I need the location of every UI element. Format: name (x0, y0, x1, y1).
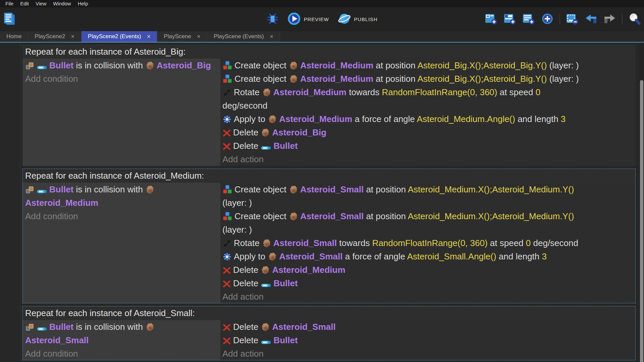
conditions-cell[interactable]: Bullet is in collision with Asteroid_Big… (22, 59, 220, 166)
object-name: Bullet (273, 335, 298, 345)
publish-button[interactable]: PUBLISH (337, 11, 378, 27)
add-subevent-button[interactable] (503, 12, 517, 26)
search-icon (629, 13, 641, 26)
tab-close-icon[interactable]: ✕ (147, 34, 151, 39)
menu-item-window[interactable]: Window (50, 0, 74, 7)
action-row[interactable]: Apply to Asteroid_Medium a force of angl… (222, 112, 636, 126)
text-segment: Delete (233, 278, 261, 288)
condition-row[interactable]: Bullet is in collision with Asteroid_Big (25, 59, 220, 72)
menu-item-view[interactable]: View (32, 0, 50, 7)
scrollbar-thumb[interactable] (640, 80, 643, 362)
asteroid-icon (261, 128, 270, 137)
action-row[interactable]: Delete Bullet (222, 334, 636, 347)
events-editor: Repeat for each instance of Asteroid_Big… (0, 43, 644, 362)
add-event-button[interactable] (484, 12, 498, 26)
undo-button[interactable] (584, 13, 598, 26)
redo-button[interactable] (603, 13, 616, 26)
action-row[interactable]: Rotate Asteroid_Small towards RandomFloa… (222, 236, 636, 250)
asteroid-icon (261, 265, 270, 275)
object-name: Asteroid_Small (272, 322, 335, 332)
preview-button[interactable]: PREVIEW (287, 11, 330, 27)
event-block[interactable]: Repeat for each instance of Asteroid_Big… (22, 45, 636, 166)
conditions-cell[interactable]: Bullet is in collision with Asteroid_Med… (22, 183, 220, 303)
action-row[interactable]: Delete Asteroid_Big (222, 126, 636, 139)
action-row[interactable]: Delete Bullet (222, 277, 636, 290)
object-name: Asteroid_Medium (300, 60, 373, 70)
add-subevent-icon (504, 13, 516, 25)
object-name: Asteroid_Medium (279, 114, 352, 124)
text-segment: Rotate (234, 87, 262, 97)
conditions-cell[interactable]: Bullet is in collision with Asteroid_Sma… (22, 320, 220, 360)
text-segment: Delete (233, 265, 261, 275)
menu-item-edit[interactable]: Edit (17, 0, 32, 7)
event-header[interactable]: Repeat for each instance of Asteroid_Sma… (22, 306, 636, 320)
add-action-button[interactable]: Add action (222, 153, 636, 166)
action-row[interactable]: Create object Asteroid_Small at position… (222, 209, 636, 236)
menu-item-file[interactable]: File (2, 0, 17, 7)
text-segment: Delete (233, 141, 261, 151)
tab-playscene[interactable]: PlayScene✕ (157, 31, 207, 42)
text-segment: Delete (233, 322, 261, 332)
text-segment: and length (496, 251, 542, 261)
tab-close-icon[interactable]: ✕ (197, 34, 201, 39)
tab-close-icon[interactable]: ✕ (270, 34, 274, 39)
add-condition-button[interactable]: Add condition (25, 72, 220, 85)
action-row[interactable]: Delete Asteroid_Small (222, 320, 636, 334)
delete-selection-button[interactable] (566, 12, 579, 26)
tab-home[interactable]: Home (0, 31, 28, 42)
tab-label: PlayScene2 (35, 33, 65, 40)
delete-icon (222, 142, 231, 151)
add-comment-button[interactable] (522, 12, 535, 26)
action-row[interactable]: Delete Asteroid_Medium (222, 263, 636, 277)
condition-row[interactable]: Bullet is in collision with Asteroid_Med… (25, 183, 220, 209)
debug-button[interactable] (266, 12, 279, 26)
action-row[interactable]: Create object Asteroid_Small at position… (222, 183, 636, 209)
text-segment: Create object (234, 211, 289, 221)
actions-cell[interactable]: Create object Asteroid_Medium at positio… (220, 59, 636, 166)
tab-playscene-events[interactable]: PlayScene (Events)✕ (207, 31, 280, 42)
tab-close-icon[interactable]: ✕ (71, 34, 75, 39)
menu-item-help[interactable]: Help (74, 0, 92, 7)
search-button[interactable] (628, 12, 641, 26)
actions-cell[interactable]: Create object Asteroid_Small at position… (220, 183, 636, 303)
add-circle-button[interactable] (541, 12, 554, 26)
events-sheet[interactable]: Repeat for each instance of Asteroid_Big… (22, 45, 636, 362)
undo-icon (585, 13, 597, 25)
action-row[interactable]: Apply to Asteroid_Small a force of angle… (222, 250, 636, 263)
action-row[interactable]: Rotate Asteroid_Medium towards RandomFlo… (222, 85, 636, 112)
asteroid-icon (145, 185, 155, 194)
project-manager-button[interactable] (3, 11, 16, 27)
tab-playscene2[interactable]: PlayScene2✕ (28, 31, 81, 42)
expression: 3 (542, 251, 547, 261)
add-action-button[interactable]: Add action (222, 347, 636, 360)
object-name: Asteroid_Small (273, 238, 337, 248)
toolbar-separator (622, 14, 623, 24)
object-name: Bullet (49, 60, 73, 70)
preview-label: PREVIEW (304, 16, 329, 22)
text-segment: Apply to (234, 114, 268, 124)
active-editor-accent-line (0, 42, 644, 43)
action-row[interactable]: Create object Asteroid_Medium at positio… (222, 72, 636, 85)
event-header[interactable]: Repeat for each instance of Asteroid_Med… (22, 169, 636, 183)
condition-row[interactable]: Bullet is in collision with Asteroid_Sma… (25, 320, 220, 347)
asteroid-icon (268, 252, 277, 261)
actions-cell[interactable]: Delete Asteroid_SmallDelete BulletAdd ac… (220, 320, 636, 360)
action-row[interactable]: Delete Bullet (222, 139, 636, 153)
expression: Asteroid_Big.X();Asteroid_Big.Y() (418, 60, 547, 70)
event-block[interactable]: Repeat for each instance of Asteroid_Med… (22, 169, 636, 303)
add-condition-button[interactable]: Add condition (25, 347, 220, 360)
vertical-scrollbar[interactable] (639, 43, 644, 362)
action-row[interactable]: Create object Asteroid_Medium at positio… (222, 59, 636, 72)
text-segment: at speed (488, 238, 526, 248)
create-icon (222, 74, 232, 84)
event-block[interactable]: Repeat for each instance of Asteroid_Sma… (22, 306, 636, 360)
add-action-button[interactable]: Add action (222, 290, 636, 303)
events-gutter-line (20, 43, 21, 362)
tab-label: PlayScene (164, 33, 191, 40)
tab-playscene2-events[interactable]: PlayScene2 (Events)✕ (82, 31, 157, 42)
add-condition-button[interactable]: Add condition (25, 209, 220, 223)
object-name: Bullet (273, 141, 298, 151)
text-segment: (layer: ) (547, 60, 579, 70)
event-header[interactable]: Repeat for each instance of Asteroid_Big… (22, 45, 636, 59)
object-name: Asteroid_Medium (300, 74, 373, 84)
